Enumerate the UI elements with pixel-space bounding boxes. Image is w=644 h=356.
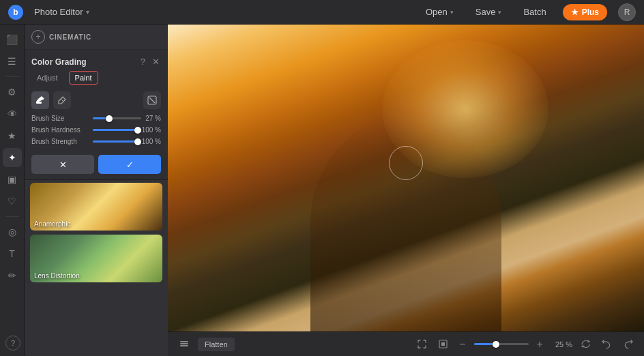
brush-size-label: Brush Size (31, 115, 93, 122)
color-grading-panel: Color Grading ? ✕ Adjust Paint (25, 50, 168, 180)
icon-bar-effects[interactable]: ✦ (3, 148, 22, 167)
color-grading-header-icons: ? ✕ (139, 55, 161, 68)
svg-rect-5 (180, 345, 188, 346)
icon-bar-media[interactable]: ⬛ (3, 30, 22, 49)
user-avatar[interactable]: R (618, 3, 636, 21)
actual-size-button[interactable] (435, 336, 451, 352)
color-grading-title: Color Grading (31, 57, 87, 67)
sidebar-add-button[interactable]: + (31, 30, 45, 44)
tab-adjust[interactable]: Adjust (31, 71, 63, 85)
tool-brush-button[interactable] (31, 91, 49, 109)
svg-rect-8 (441, 342, 445, 346)
zoom-slider-track[interactable] (474, 343, 529, 345)
brush-hardness-label: Brush Hardness (31, 126, 93, 134)
undo-button[interactable] (599, 336, 615, 352)
brush-hardness-value: 100 % (142, 126, 161, 134)
icon-bar-layers[interactable]: ☰ (3, 52, 22, 71)
icon-bar-frame[interactable]: ▣ (3, 170, 22, 189)
app-name-label: Photo Editor (34, 7, 83, 17)
photo-canvas (168, 25, 644, 331)
redo-button[interactable] (620, 336, 636, 352)
brush-size-value: 27 % (145, 115, 161, 122)
sidebar-header: + CINEMATIC (25, 25, 168, 50)
brush-strength-row: Brush Strength 100 % (31, 138, 161, 145)
plus-button[interactable]: ★ Plus (563, 4, 607, 20)
icon-bar-sep2 (5, 216, 19, 217)
svg-rect-0 (36, 102, 42, 104)
zoom-out-button[interactable]: − (456, 336, 468, 353)
help-button[interactable]: ? (5, 336, 20, 351)
color-grading-header: Color Grading ? ✕ (25, 50, 168, 71)
tool-eraser-button[interactable] (53, 91, 71, 109)
icon-bar-adjustments[interactable]: ⚙ (3, 83, 22, 102)
tab-paint[interactable]: Paint (69, 71, 98, 85)
icon-bar-star[interactable]: ★ (3, 126, 22, 145)
save-button[interactable]: Save ▾ (470, 4, 508, 20)
main-area: ⬛ ☰ ⚙ 👁 ★ ✦ ▣ ♡ ◎ T ✏ + CINEMATIC Color … (0, 25, 644, 356)
bottom-bar: Flatten − + 25 % (168, 331, 644, 356)
brush-strength-track[interactable] (93, 140, 138, 143)
canvas-main[interactable] (168, 25, 644, 331)
layers-icon-button[interactable] (176, 336, 192, 353)
flatten-button[interactable]: Flatten (198, 338, 235, 351)
presets-area: Anamorphic Lens Distortion (25, 180, 168, 356)
svg-line-1 (61, 99, 63, 102)
open-button[interactable]: Open ▾ (420, 4, 459, 20)
topbar: b Photo Editor ▾ Open ▾ Save ▾ Batch ★ P… (0, 0, 644, 25)
icon-bar-circle[interactable]: ◎ (3, 222, 22, 241)
brush-size-track[interactable] (93, 117, 141, 119)
svg-rect-6 (180, 341, 188, 342)
icon-bar-sep1 (5, 76, 19, 77)
cancel-button[interactable]: ✕ (31, 155, 94, 174)
color-grading-close-button[interactable]: ✕ (151, 55, 161, 68)
brush-strength-label: Brush Strength (31, 138, 93, 145)
icon-bar-heart[interactable]: ♡ (3, 192, 22, 211)
confirm-button[interactable]: ✓ (98, 155, 161, 174)
action-buttons: ✕ ✓ (25, 151, 168, 179)
app-title[interactable]: Photo Editor ▾ (34, 7, 89, 17)
brush-hardness-row: Brush Hardness 100 % (31, 126, 161, 134)
app-logo: b (8, 5, 23, 20)
brush-strength-value: 100 % (142, 138, 161, 145)
zoom-percentage: 25 % (555, 340, 572, 348)
icon-bar: ⬛ ☰ ⚙ 👁 ★ ✦ ▣ ♡ ◎ T ✏ (0, 25, 25, 356)
slider-group: Brush Size 27 % Brush Hardness 100 % (25, 113, 168, 151)
svg-line-3 (149, 98, 155, 103)
fit-screen-button[interactable] (414, 336, 430, 352)
batch-button[interactable]: Batch (518, 4, 551, 20)
color-grading-help-button[interactable]: ? (139, 55, 147, 68)
plus-star-icon: ★ (571, 8, 579, 17)
sidebar-panel: + CINEMATIC Color Grading ? ✕ Adjust (25, 25, 168, 356)
save-caret: ▾ (498, 9, 501, 16)
app-menu-chevron: ▾ (86, 8, 89, 16)
sidebar-section-title: CINEMATIC (49, 33, 91, 41)
tool-clear-button[interactable] (143, 91, 161, 109)
brush-size-row: Brush Size 27 % (31, 115, 161, 122)
reset-zoom-button[interactable] (578, 336, 594, 352)
canvas-area: Flatten − + 25 % (168, 25, 644, 356)
icon-bar-eye[interactable]: 👁 (3, 104, 22, 123)
preset-anamorphic-label: Anamorphic (34, 220, 70, 228)
color-grading-tools (25, 89, 168, 113)
preset-lens-distortion[interactable]: Lens Distortion (30, 235, 162, 282)
open-caret: ▾ (450, 9, 454, 16)
preset-lens-distortion-label: Lens Distortion (34, 272, 80, 280)
sun-glow (382, 40, 548, 179)
svg-rect-4 (180, 343, 188, 344)
zoom-in-button[interactable]: + (534, 336, 546, 353)
icon-bar-text[interactable]: T (3, 244, 22, 263)
color-grading-tabs: Adjust Paint (25, 71, 168, 89)
preset-anamorphic[interactable]: Anamorphic (30, 183, 162, 231)
icon-bar-brush[interactable]: ✏ (3, 266, 22, 285)
brush-hardness-track[interactable] (93, 129, 138, 131)
